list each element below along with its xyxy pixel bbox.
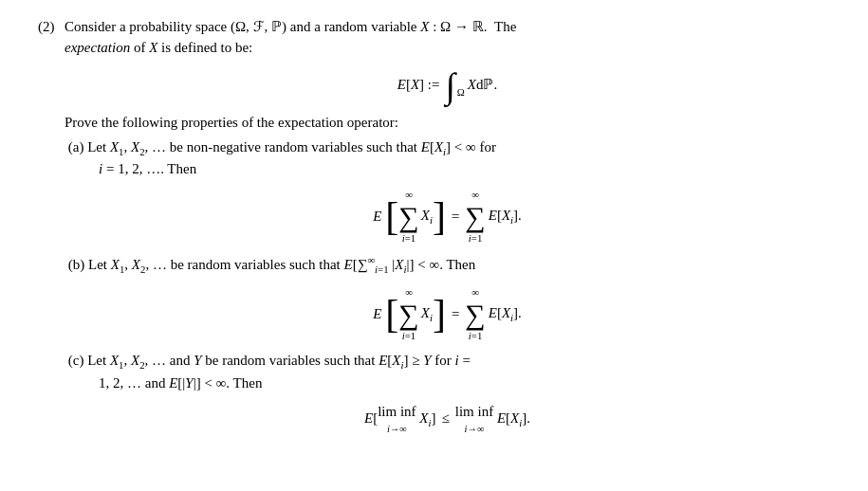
problem-number: (2) [38, 17, 65, 445]
sum-rhs-a: ∞ ∑ i=1 [465, 188, 485, 246]
rhs-sub-b: i=1 [469, 329, 483, 344]
left-bracket-a: [ [385, 200, 398, 234]
part-b-E: E [373, 304, 381, 325]
part-c-condition: 1, 2, … and E[|Y|] < ∞. Then [99, 375, 262, 391]
sum-b: ∞ ∑ i=1 [398, 285, 418, 343]
equals-b: = [452, 304, 459, 325]
part-a: (a) Let X1, X2, … be non-negative random… [65, 137, 830, 180]
rhs-expr-b: E[Xi]. [489, 303, 522, 326]
liminf-sub-rhs: i→∞ [464, 422, 484, 436]
liminf-lhs: lim inf i→∞ [378, 402, 416, 437]
integral-symbol: ∫ [445, 68, 454, 104]
part-a-condition: i = 1, 2, …. Then [99, 161, 196, 176]
sum-var-a: Xi [421, 206, 433, 228]
liminf-text-lhs: lim inf [378, 402, 416, 423]
right-bracket-a: ] [433, 200, 446, 234]
part-a-label: (a) Let X1, X2, … be non-negative random… [65, 139, 496, 155]
integral-sup [457, 71, 465, 86]
sigma-rhs-a: ∑ [465, 203, 485, 231]
part-b-equation: E [ ∞ ∑ i=1 Xi ] = ∞ ∑ i=1 E[Xi]. [65, 285, 830, 343]
part-c: (c) Let X1, X2, … and Y be random variab… [65, 351, 830, 393]
leq-sign: ≤ [442, 409, 450, 429]
sigma-b: ∑ [398, 300, 418, 329]
prove-text: Prove the following properties of the ex… [65, 113, 830, 134]
right-bracket-b: ] [433, 298, 446, 332]
sigma-a: ∑ [398, 203, 418, 231]
sum-var-b: Xi [421, 303, 433, 326]
integral-sub: Ω [457, 85, 465, 100]
sum-sub-a: i=1 [402, 231, 416, 246]
sum-rhs-b: ∞ ∑ i=1 [465, 285, 485, 343]
liminf-sub-lhs: i→∞ [387, 422, 407, 436]
left-bracket-b: [ [385, 298, 398, 332]
part-a-equation: E [ ∞ ∑ i=1 Xi ] = ∞ ∑ i=1 E [65, 188, 830, 246]
math-content: (2) Consider a probability space (Ω, ℱ, … [38, 17, 830, 445]
sum-sub-b: i=1 [402, 329, 416, 344]
liminf-text-rhs: lim inf [455, 402, 493, 423]
intro-text: Consider a probability space (Ω, ℱ, ℙ) a… [65, 19, 516, 34]
intro-italic: expectation of X is defined to be: [65, 40, 252, 55]
eq-lhs: E[X] := [397, 75, 440, 96]
liminf-rhs: lim inf i→∞ [455, 402, 493, 437]
equals-a: = [452, 207, 459, 227]
part-c-equation: E[ lim inf i→∞ Xi] ≤ lim inf i→∞ E[Xi]. [65, 402, 830, 437]
part-b: (b) Let X1, X2, … be random variables su… [65, 253, 830, 278]
part-a-E: E [373, 207, 381, 227]
integral: ∫ Ω [445, 68, 467, 104]
integral-limits: Ω [457, 71, 465, 100]
sum-a: ∞ ∑ i=1 [398, 188, 418, 246]
part-c-lhs: E[ lim inf i→∞ Xi] [364, 402, 436, 437]
expectation-equation: E[X] := ∫ Ω Xdℙ. [65, 68, 830, 104]
part-c-label: (c) Let X1, X2, … and Y be random variab… [65, 353, 471, 368]
part-c-rhs: lim inf i→∞ E[Xi]. [455, 402, 530, 437]
problem-body: Consider a probability space (Ω, ℱ, ℙ) a… [65, 17, 830, 445]
problem-statement: (2) Consider a probability space (Ω, ℱ, … [38, 17, 830, 445]
eq-rhs: Xdℙ. [468, 75, 497, 96]
part-b-label: (b) Let X1, X2, … be random variables su… [65, 257, 475, 272]
rhs-sub-a: i=1 [469, 231, 483, 246]
rhs-expr-a: E[Xi]. [489, 206, 522, 228]
sigma-rhs-b: ∑ [465, 300, 485, 329]
